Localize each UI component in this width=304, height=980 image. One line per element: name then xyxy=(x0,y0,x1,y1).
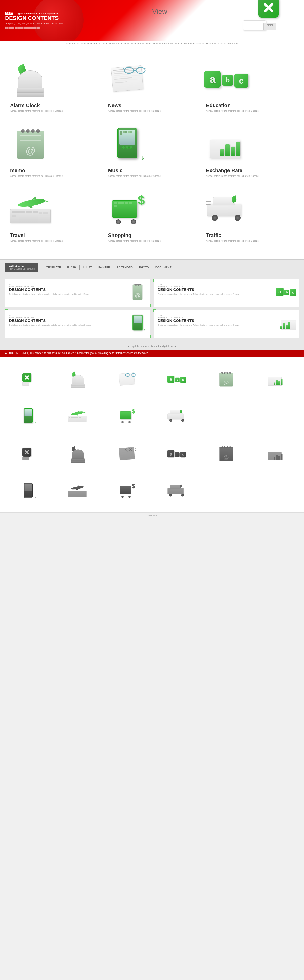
card-best-1: BEST xyxy=(9,283,126,285)
nav-link-illust[interactable]: ILLUST xyxy=(80,265,95,270)
travel-desc: Ashdal details for the morning bell is p… xyxy=(10,239,98,243)
header-left: BEST Digital communications, the digital… xyxy=(0,6,71,34)
nav-link-document[interactable]: DOCUMENT xyxy=(152,265,175,270)
calendar-base xyxy=(263,23,276,30)
icon-cell-memo: @ memo Ashdal details for the morning be… xyxy=(5,119,103,184)
bell-stripe-shape xyxy=(17,93,44,97)
memo-pad-body: @ xyxy=(17,131,44,159)
small-traffic-icon-color xyxy=(153,399,200,433)
traffic-label: Traffic xyxy=(206,232,294,238)
header-banner: BEST Digital communications, the digital… xyxy=(0,0,304,41)
memo-icon: @ xyxy=(17,129,44,159)
icon-cell-education: a b c Education Ashdal details for the m… xyxy=(201,54,299,119)
header-3d-icon xyxy=(243,0,279,30)
cube-c: c xyxy=(234,74,248,88)
nav-link-editphoto[interactable]: EDITPHOTO xyxy=(113,265,136,270)
music-desc: Ashdal details for the morning bell is p… xyxy=(108,175,196,178)
svg-marker-13 xyxy=(84,412,85,413)
education-icon: a b c xyxy=(204,71,248,88)
nav-link-template[interactable]: TEMPLATE xyxy=(43,265,64,270)
gray-education-icon: a b c xyxy=(153,436,200,472)
chart-bars-group xyxy=(220,142,240,156)
gray-memo-icon: @ xyxy=(203,436,250,472)
icon-cell-alarm-clock: Alarm Clock Ashdal details for the morni… xyxy=(5,54,103,119)
card-text-exchange: BEST HIGH QUALITY TEMPLATE DESIGN CONTEN… xyxy=(158,314,275,327)
card-icon-music: ♪ xyxy=(129,314,146,332)
design-card-exchange: BEST HIGH QUALITY TEMPLATE DESIGN CONTEN… xyxy=(153,310,299,338)
small-exchange-icon-color xyxy=(252,362,299,397)
exchange-rate-label: Exchange Rate xyxy=(206,168,294,173)
gray-music-icon: ♪ xyxy=(5,474,52,507)
nav-link-flash[interactable]: FLASH xyxy=(64,265,79,270)
car-wheel-right xyxy=(235,215,241,221)
shopping-desc: Ashdal details for the morning bell is p… xyxy=(108,239,196,243)
nav-brand-title: With Asadal xyxy=(9,265,35,268)
svg-marker-6 xyxy=(45,200,49,202)
icon-cell-travel: Travel Ashdal details for the morning be… xyxy=(5,184,103,249)
card-title-2: DESIGN CONTENTS xyxy=(158,288,275,292)
shopping-icon-wrapper: $ xyxy=(108,189,149,229)
design-card-music: BEST HIGH QUALITY TEMPLATE DESIGN CONTEN… xyxy=(5,310,151,338)
car-wheel-left xyxy=(212,215,218,221)
gray-shopping-icon: $ xyxy=(104,474,151,507)
small-alarm-icon-color xyxy=(54,362,101,397)
design-card-memo: BEST HIGH QUALITY TEMPLATE DESIGN CONTEN… xyxy=(5,279,151,307)
header-desc: ██ ████ ██████ ████ ████ ██ xyxy=(5,26,66,29)
bell-dome-shape xyxy=(18,70,42,89)
icon-cell-traffic: Traffic Ashdal details for the morning b… xyxy=(201,184,299,249)
bell-base-shape xyxy=(17,88,44,93)
exchange-rate-icon xyxy=(210,130,243,158)
icon-cell-music: ♪ Music Ashdal details for the morning b… xyxy=(103,119,201,184)
world-map-base xyxy=(10,209,51,223)
nav-brand-sub: High Graphic Background xyxy=(9,268,35,270)
card-text-memo: BEST HIGH QUALITY TEMPLATE DESIGN CONTEN… xyxy=(9,283,126,296)
traffic-desc: Ashdal details for the morning bell is p… xyxy=(206,239,294,243)
gray-exchange-icon xyxy=(252,436,299,472)
white-box-base xyxy=(243,20,266,30)
digital-footer: ◄ Digital communications, the digital er… xyxy=(0,343,304,350)
small-music-icon-color: ♪ xyxy=(5,399,52,433)
page-footer: 02041612 xyxy=(0,512,304,518)
exchange-rate-desc: Ashdal details for the morning bell is p… xyxy=(206,175,294,178)
cards-grid: BEST HIGH QUALITY TEMPLATE DESIGN CONTEN… xyxy=(5,279,299,338)
icon-cell-news: News Ashdal details for the morning bell… xyxy=(103,54,201,119)
alarm-clock-icon-wrapper xyxy=(10,59,51,100)
small-icons-grid-color: a b c @ xyxy=(5,362,299,433)
travel-icon xyxy=(10,195,51,223)
icons-grid: Alarm Clock Ashdal details for the morni… xyxy=(5,54,299,249)
icon-labels-row: Asadal Best Icon Asadal Best Icon Asadal… xyxy=(0,41,304,46)
news-label: News xyxy=(108,103,196,108)
cart-body xyxy=(112,200,137,218)
nav-section: With Asadal High Graphic Background TEMP… xyxy=(0,259,304,275)
svg-point-10 xyxy=(131,373,136,376)
music-buttons xyxy=(119,146,135,149)
news-icon-wrapper xyxy=(108,59,149,100)
nav-link-photo[interactable]: PHOTO xyxy=(136,265,152,270)
dollar-sign: $ xyxy=(138,193,145,207)
card-desc-1: Digital communications, the digital era.… xyxy=(9,293,126,296)
design-card-education: BEST HIGH QUALITY TEMPLATE DESIGN CONTEN… xyxy=(153,279,299,307)
shopping-label: Shopping xyxy=(108,232,196,238)
education-desc: Ashdal details for the morning bell is p… xyxy=(206,110,294,113)
nav-link-painter[interactable]: PAINTER xyxy=(95,265,113,270)
cart-wheel-right xyxy=(131,219,136,224)
svg-marker-21 xyxy=(77,485,79,487)
music-device-body xyxy=(117,128,137,158)
news-desc: Ashdal details for the morning bell is p… xyxy=(108,110,196,113)
card-desc-3: Digital communications, the digital era.… xyxy=(9,324,126,326)
card-icon-exchange xyxy=(277,314,295,332)
music-icon: ♪ xyxy=(117,128,140,161)
exchange-rate-icon-wrapper xyxy=(206,124,247,165)
news-icon xyxy=(111,64,146,94)
card-title-3: DESIGN CONTENTS xyxy=(9,318,126,323)
memo-rings-row xyxy=(17,129,44,133)
traffic-icon-wrapper xyxy=(206,189,247,229)
card-best-4: BEST xyxy=(158,314,275,316)
gray-news-icon xyxy=(104,436,151,472)
small-news-icon-color xyxy=(104,362,151,397)
gray-placeholder-2 xyxy=(252,474,299,507)
green-x-3d-icon xyxy=(258,0,279,18)
small-glasses-svg xyxy=(125,372,136,377)
header-view-text: View xyxy=(152,8,167,16)
gray-travel-icon xyxy=(54,474,101,507)
